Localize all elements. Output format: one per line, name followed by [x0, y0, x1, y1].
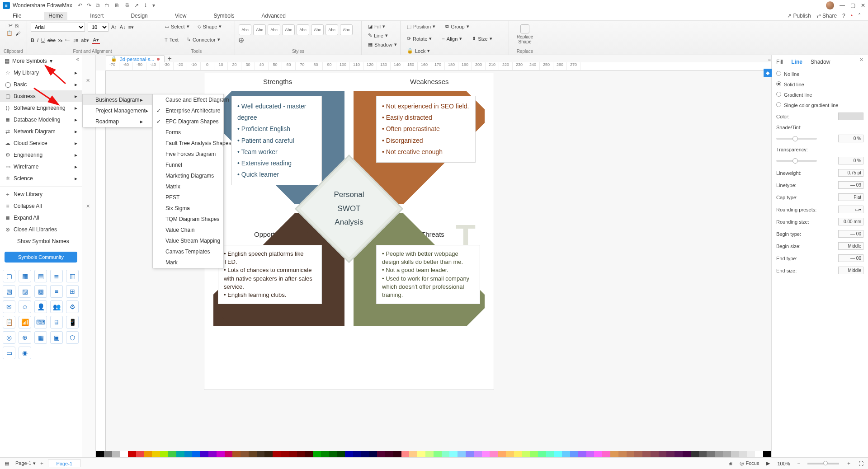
copy-icon[interactable]: ⎘: [15, 23, 19, 28]
color-swatch[interactable]: [281, 451, 289, 457]
tab-file[interactable]: File: [8, 12, 26, 20]
linespacing-button[interactable]: ↕≡: [73, 38, 78, 43]
style-swatch[interactable]: Abc: [282, 24, 295, 35]
color-swatch[interactable]: [474, 451, 482, 457]
submenu-item[interactable]: Six Sigma: [153, 203, 223, 214]
symbol-icon[interactable]: ▤: [34, 270, 47, 282]
tab-insert[interactable]: Insert: [85, 12, 108, 20]
line-type-radio[interactable]: Gradient line: [776, 89, 863, 100]
library-category-item[interactable]: ⇄Network Diagram▸: [0, 126, 82, 137]
color-swatch[interactable]: [217, 451, 225, 457]
symbol-icon[interactable]: 📶: [19, 316, 31, 328]
size-dropdown[interactable]: ⬍ Size▾: [469, 35, 495, 42]
color-swatch[interactable]: [739, 451, 747, 457]
format-painter-icon[interactable]: 🖌: [15, 31, 20, 36]
page-selector[interactable]: Page-1 ▾: [15, 460, 36, 466]
submenu-item[interactable]: Roadmap▸: [83, 116, 152, 127]
position-dropdown[interactable]: ⬚ Position▾: [404, 23, 438, 30]
lineweight-field[interactable]: 0.75 pt: [838, 169, 863, 177]
symbol-icon[interactable]: ▨: [19, 285, 31, 298]
layout-icon[interactable]: ⊞: [728, 460, 732, 466]
submenu-item[interactable]: Value Chain: [153, 225, 223, 235]
symbol-icon[interactable]: ≣: [50, 270, 63, 282]
collapse-panel-icon[interactable]: »: [768, 57, 771, 62]
color-swatch[interactable]: [257, 451, 265, 457]
symbol-icon[interactable]: ▭: [3, 347, 15, 359]
font-size-select[interactable]: 10: [88, 23, 108, 32]
transparency-slider[interactable]: [776, 160, 817, 162]
tab-advanced[interactable]: Advanced: [257, 12, 290, 20]
symbol-icon[interactable]: ◎: [3, 331, 15, 344]
submenu-item[interactable]: Five Forces Diagram: [153, 149, 223, 159]
color-swatch[interactable]: [651, 451, 659, 457]
zoom-level[interactable]: 100%: [777, 461, 790, 466]
color-swatch[interactable]: [506, 451, 514, 457]
style-swatch[interactable]: Abc: [239, 24, 251, 35]
color-swatch[interactable]: [385, 451, 393, 457]
submenu-item[interactable]: Funnel: [153, 159, 223, 170]
rounding-preset-field[interactable]: ▭▾: [838, 206, 863, 213]
color-swatch[interactable]: [715, 451, 723, 457]
color-swatch[interactable]: [530, 451, 538, 457]
color-swatch[interactable]: [144, 451, 152, 457]
minimize-button[interactable]: —: [840, 2, 845, 9]
library-category-item[interactable]: ▭Wireframe▸: [0, 161, 82, 173]
collapse-ribbon-icon[interactable]: ˄: [858, 13, 861, 19]
tab-symbols[interactable]: Symbols: [209, 12, 239, 20]
color-swatch[interactable]: [514, 451, 522, 457]
cut-icon[interactable]: ✂: [9, 23, 13, 28]
zoom-in-button[interactable]: ＋: [846, 460, 851, 467]
align-menu-icon[interactable]: ≡▾: [128, 24, 134, 30]
submenu-item[interactable]: Business Diagram▸: [83, 94, 152, 105]
color-swatch[interactable]: [763, 451, 771, 457]
color-swatch[interactable]: [136, 451, 144, 457]
line-type-radio[interactable]: No line: [776, 69, 863, 79]
shape-tool[interactable]: ◇ Shape ▾: [195, 23, 225, 30]
color-swatch[interactable]: [120, 451, 128, 457]
font-color-button[interactable]: A▾: [92, 37, 99, 44]
qat-icon[interactable]: ↗: [134, 2, 139, 9]
style-swatch[interactable]: Abc: [253, 24, 266, 35]
color-swatch[interactable]: [723, 451, 731, 457]
strengths-box[interactable]: • Well educated - master degree• Profici…: [231, 96, 322, 185]
symbol-icon[interactable]: ▩: [34, 285, 47, 298]
style-swatch[interactable]: Abc: [268, 24, 280, 35]
color-swatch[interactable]: [522, 451, 530, 457]
color-swatch[interactable]: [200, 451, 208, 457]
help-icon[interactable]: ?: [842, 13, 845, 19]
linetype-field[interactable]: — 09: [838, 181, 863, 189]
color-swatch[interactable]: [313, 451, 321, 457]
underline-button[interactable]: U: [41, 38, 45, 43]
library-category-item[interactable]: ⚙Engineering▸: [0, 149, 82, 161]
line-type-radio[interactable]: Single color gradient line: [776, 100, 863, 110]
qat-more-icon[interactable]: ▾: [152, 2, 155, 9]
color-swatch[interactable]: [482, 451, 490, 457]
color-swatch[interactable]: [241, 451, 249, 457]
color-swatch[interactable]: [731, 451, 739, 457]
font-grow-icon[interactable]: A↑: [111, 24, 117, 30]
close-panel-icon[interactable]: ✕: [859, 57, 863, 63]
bold-button[interactable]: B: [31, 38, 34, 43]
presentation-icon[interactable]: ▶: [766, 460, 770, 466]
color-swatch[interactable]: [361, 451, 369, 457]
undo-icon[interactable]: ↶: [78, 2, 82, 9]
color-swatch[interactable]: [458, 451, 466, 457]
transparency-field[interactable]: 0 %: [838, 157, 863, 164]
symbol-icon[interactable]: ▢: [3, 270, 15, 282]
submenu-item[interactable]: Canvas Templates: [153, 246, 223, 257]
symbol-icon[interactable]: ⊕: [19, 331, 31, 344]
color-swatch[interactable]: [618, 451, 627, 457]
color-swatch[interactable]: [562, 451, 570, 457]
font-name-select[interactable]: Arial: [31, 23, 85, 32]
prop-tab-line[interactable]: Line: [791, 59, 802, 65]
redo-icon[interactable]: ↷: [87, 2, 91, 9]
color-swatch[interactable]: [838, 113, 863, 120]
color-swatch[interactable]: [449, 451, 458, 457]
qat-icon[interactable]: ⧉: [96, 2, 100, 9]
color-swatch[interactable]: [401, 451, 410, 457]
color-swatch[interactable]: [393, 451, 401, 457]
publish-link[interactable]: ↗ Publish: [787, 13, 811, 19]
color-swatch[interactable]: [225, 451, 233, 457]
bullets-button[interactable]: ≔: [65, 38, 70, 43]
color-swatch[interactable]: [417, 451, 425, 457]
